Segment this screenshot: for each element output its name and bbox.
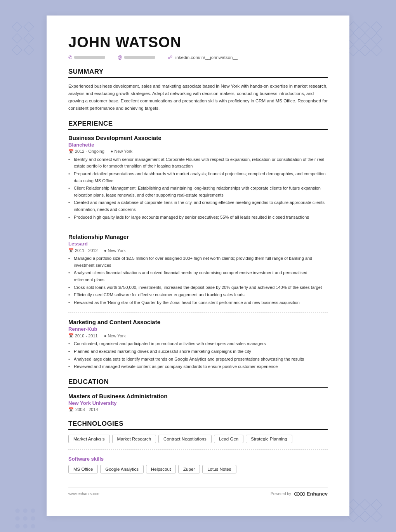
svg-rect-9	[12, 22, 22, 31]
exp-entry-3: Marketing and Content Associate Renner-K…	[68, 319, 328, 370]
email-redacted	[124, 56, 155, 59]
pin-icon-2: ●	[104, 248, 107, 253]
edu-school: New York University	[68, 400, 328, 406]
calendar-icon-3: 📅	[68, 333, 74, 338]
page-background: JOHN WATSON ✆ @ ☍ linkedin.com/in/__john…	[8, 16, 388, 532]
svg-rect-19	[360, 511, 370, 522]
divider-tech	[68, 449, 328, 450]
hard-skills-tags: Market Analysis Market Research Contract…	[68, 435, 328, 443]
svg-rect-14	[24, 45, 33, 55]
education-section: EDUCATION Masters of Business Administra…	[68, 378, 328, 412]
software-skills-title: Software skills	[68, 456, 328, 462]
edu-degree: Masters of Business Administration	[68, 393, 328, 399]
exp-bullets-2: Managed a portfolio size of $2.5 million…	[68, 255, 328, 306]
svg-point-29	[31, 524, 35, 528]
exp-location-3: ● New York	[104, 333, 126, 338]
edu-calendar-icon: 📅	[68, 407, 74, 412]
tech-tag-ms-office: MS Office	[68, 465, 98, 473]
bullet-item: Rewarded as the 'Rising star of the Quar…	[68, 299, 328, 306]
pin-icon-3: ●	[104, 333, 107, 338]
footer-website: www.enhancv.com	[68, 492, 101, 496]
exp-title-3: Marketing and Content Associate	[68, 319, 328, 325]
bullet-item: Cross-sold loans worth $750,000, investm…	[68, 284, 328, 291]
svg-point-25	[23, 516, 27, 520]
svg-rect-11	[12, 33, 22, 43]
tech-tag-helpscout: Helpscout	[146, 465, 176, 473]
svg-rect-2	[371, 22, 382, 33]
exp-dates-2: 📅 2011 - 2012	[68, 248, 98, 253]
bullet-item: Produced high quality lads for large acc…	[68, 214, 328, 221]
svg-point-27	[16, 524, 19, 528]
svg-point-24	[16, 516, 19, 520]
contact-row: ✆ @ ☍ linkedin.com/in/__johnwatson__	[68, 55, 328, 60]
deco-top-left	[12, 19, 43, 66]
experience-title: EXPERIENCE	[68, 120, 328, 130]
exp-entry-1: Business Development Associate Blanchett…	[68, 135, 328, 221]
exp-entry-2: Relationship Manager Lessard 📅 2011 - 20…	[68, 233, 328, 306]
resume-footer: www.enhancv.com Powered by Enhancv	[68, 487, 328, 497]
tech-tag-zuper: Zuper	[178, 465, 200, 473]
svg-point-21	[16, 509, 19, 513]
powered-by-label: Powered by	[271, 492, 291, 496]
deco-bottom-left	[12, 505, 43, 532]
footer-powered-by: Powered by Enhancv	[271, 491, 328, 497]
calendar-icon-2: 📅	[68, 248, 74, 253]
exp-company-1: Blanchette	[68, 142, 328, 148]
exp-dates-3: 📅 2010 - 2011	[68, 333, 98, 338]
svg-rect-18	[348, 511, 359, 522]
phone-icon: ✆	[68, 55, 72, 60]
bullet-item: Client Relationship Management: Establis…	[68, 185, 328, 199]
linkedin-url: linkedin.com/in/__johnwatson__	[174, 55, 238, 60]
resume-document: JOHN WATSON ✆ @ ☍ linkedin.com/in/__john…	[47, 16, 349, 516]
svg-rect-6	[348, 45, 359, 56]
svg-rect-17	[371, 499, 382, 510]
svg-rect-20	[371, 511, 382, 522]
linkedin-contact: ☍ linkedin.com/in/__johnwatson__	[168, 55, 238, 60]
exp-meta-3: 📅 2010 - 2011 ● New York	[68, 333, 328, 338]
bullet-item: Prepared detailed presentations and dash…	[68, 171, 328, 184]
exp-bullets-3: Coordinated, organised and participated …	[68, 340, 328, 370]
enhancv-infinity-icon	[294, 491, 305, 497]
svg-rect-15	[348, 499, 359, 510]
svg-rect-8	[371, 45, 382, 56]
tech-tag-google-analytics: Google Analytics	[100, 465, 144, 473]
svg-point-23	[31, 509, 35, 513]
summary-title: SUMMARY	[68, 68, 328, 78]
exp-meta-1: 📅 2012 - Ongoing ● New York	[68, 149, 328, 154]
exp-location-2: ● New York	[104, 248, 126, 253]
enhancv-brand-name: Enhancv	[307, 491, 328, 497]
bullet-item: Reviewed and managed website content as …	[68, 363, 328, 370]
experience-section: EXPERIENCE Business Development Associat…	[68, 120, 328, 370]
exp-company-3: Renner-Kub	[68, 326, 328, 332]
svg-point-22	[23, 509, 27, 513]
phone-redacted	[74, 56, 105, 59]
svg-rect-3	[348, 33, 359, 44]
exp-bullets-1: Identify and connect with senior managem…	[68, 156, 328, 221]
technologies-section: TECHNOLOGIES Market Analysis Market Rese…	[68, 420, 328, 473]
exp-company-2: Lessard	[68, 241, 328, 247]
email-contact: @	[118, 55, 155, 60]
tech-tag-strategic-planning: Strategic Planning	[246, 435, 292, 443]
education-title: EDUCATION	[68, 378, 328, 388]
calendar-icon-1: 📅	[68, 149, 74, 154]
phone-contact: ✆	[68, 55, 105, 60]
svg-rect-7	[360, 45, 370, 56]
email-icon: @	[118, 55, 122, 60]
resume-header: JOHN WATSON ✆ @ ☍ linkedin.com/in/__john…	[68, 34, 328, 60]
exp-title-2: Relationship Manager	[68, 233, 328, 240]
pin-icon-1: ●	[111, 149, 113, 154]
bullet-item: Planned and executed marketing drives an…	[68, 348, 328, 355]
bullet-item: Coordinated, organised and participated …	[68, 340, 328, 347]
candidate-name: JOHN WATSON	[68, 34, 328, 51]
bullet-item: Identify and connect with senior managem…	[68, 156, 328, 170]
svg-rect-13	[12, 45, 22, 55]
summary-text: Experienced business development, sales …	[68, 83, 328, 112]
software-skills-tags: MS Office Google Analytics Helpscout Zup…	[68, 465, 328, 473]
bullet-item: Analysed large data sets to identify mar…	[68, 356, 328, 363]
exp-location-1: ● New York	[111, 149, 132, 154]
svg-rect-10	[24, 22, 33, 31]
bullet-item: Created and managed a database of corpor…	[68, 199, 328, 213]
tech-tag-market-research: Market Research	[112, 435, 156, 443]
tech-tag-lotus-notes: Lotus Notes	[202, 465, 236, 473]
svg-rect-12	[24, 33, 33, 43]
